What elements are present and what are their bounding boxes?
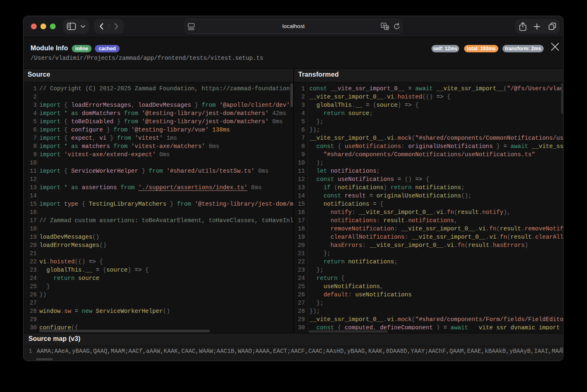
svg-text:✱: ✱ bbox=[386, 26, 389, 30]
